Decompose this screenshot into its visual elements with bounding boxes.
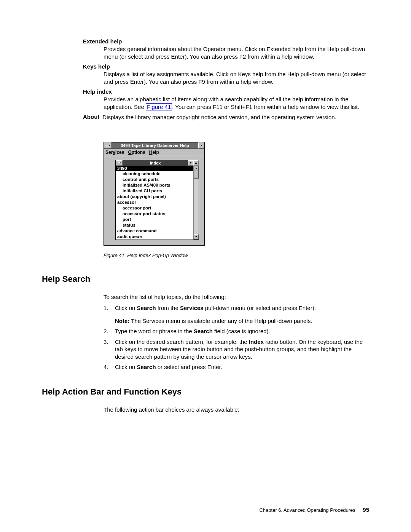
list-item[interactable]: accessor — [116, 200, 193, 205]
menu-help[interactable]: Help — [149, 150, 159, 155]
figure-caption: Figure 41. Help Index Pop-Up Window — [104, 252, 369, 258]
term-help-index: Help index — [83, 88, 369, 95]
index-title: Index — [123, 160, 188, 166]
definition-list: Extended help Provides general informati… — [104, 38, 369, 121]
list-item[interactable]: status — [116, 222, 193, 228]
scroll-down-icon[interactable]: ▼ — [194, 234, 199, 240]
scroll-track[interactable] — [194, 171, 199, 234]
desc-about: Displays the library manager copyright n… — [102, 113, 369, 121]
list-item[interactable]: accessor port status — [116, 211, 193, 217]
scroll-up-icon[interactable]: ▲ — [194, 166, 199, 171]
list-item[interactable]: about (copyright panel) — [116, 194, 193, 200]
scroll-thumb[interactable] — [194, 171, 199, 179]
menu-services[interactable]: Services — [105, 150, 124, 155]
action-bar-intro: The following action bar choices are alw… — [104, 406, 369, 414]
list-item[interactable]: initialized CU ports — [116, 188, 193, 194]
step-3: Click on the desired search pattern, for… — [104, 338, 369, 361]
index-sysmenu-icon[interactable] — [116, 160, 123, 166]
list-item[interactable]: control unit ports — [116, 177, 193, 182]
heading-help-search: Help Search — [42, 274, 369, 284]
list-item[interactable]: port — [116, 217, 193, 222]
step-1: Click on Search from the Services pull-d… — [104, 304, 369, 324]
help-index-post: . You can press F11 or Shift+F1 from wit… — [172, 104, 359, 110]
window-title: 3494 Tape Library Dataserver Help — [112, 142, 198, 149]
list-item[interactable]: cleaning schedule — [116, 171, 193, 177]
heading-action-bar: Help Action Bar and Function Keys — [42, 387, 369, 397]
list-item[interactable]: audit queue — [116, 234, 193, 240]
chapter-label: Chapter 6. Advanced Operating Procedures — [259, 507, 355, 513]
index-list[interactable]: 3490 cleaning schedule control unit port… — [116, 166, 193, 240]
menubar: Services Options Help — [104, 149, 204, 156]
page-footer: Chapter 6. Advanced Operating Procedures… — [259, 506, 369, 513]
desc-keys-help: Displays a list of key assignments avail… — [104, 70, 369, 85]
step-4: Click on Search or select and press Ente… — [104, 363, 369, 371]
desc-extended-help: Provides general information about the O… — [104, 45, 369, 60]
menu-options[interactable]: Options — [128, 150, 145, 155]
list-item[interactable]: accessor port — [116, 205, 193, 211]
scrollbar[interactable]: ▲ ▼ — [193, 166, 199, 240]
index-min-button[interactable]: ▼ — [188, 160, 193, 166]
step-2: Type the word or phrase in the Search fi… — [104, 328, 369, 335]
help-search-steps: Click on Search from the Services pull-d… — [104, 304, 369, 371]
desc-help-index: Provides an alphabetic list of items alo… — [104, 96, 369, 110]
term-keys-help: Keys help — [83, 63, 369, 70]
window-titlebar: 3494 Tape Library Dataserver Help ▪ — [104, 142, 204, 149]
system-menu-icon[interactable] — [104, 142, 112, 149]
term-extended-help: Extended help — [83, 38, 369, 45]
term-about: About — [83, 113, 99, 121]
restore-button[interactable]: ▪ — [198, 142, 204, 149]
os2-window: 3494 Tape Library Dataserver Help ▪ Serv… — [104, 142, 205, 246]
index-window: Index ▼ ▲ 3490 cleaning schedule control… — [115, 160, 199, 240]
help-search-intro: To search the list of help topics, do th… — [104, 293, 369, 301]
figure-link[interactable]: Figure 41 — [146, 103, 172, 110]
page-number: 95 — [363, 506, 369, 513]
figure-window: 3494 Tape Library Dataserver Help ▪ Serv… — [104, 142, 369, 258]
index-max-button[interactable]: ▲ — [193, 160, 199, 166]
step-1-note: Note: The Services menu is available und… — [115, 317, 369, 325]
list-item[interactable]: advance command — [116, 228, 193, 234]
list-item[interactable]: initialized AS/400 ports — [116, 182, 193, 188]
index-item-selected[interactable]: 3490 — [116, 166, 193, 171]
